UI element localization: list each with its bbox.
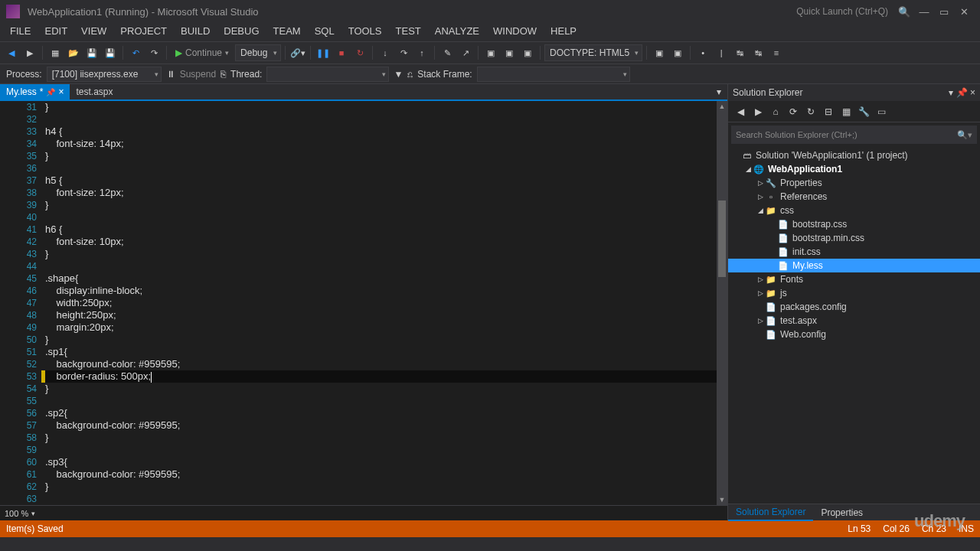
scroll-down-icon[interactable]: ▼ bbox=[717, 494, 727, 505]
tool-icon[interactable]: ↗ bbox=[457, 44, 474, 61]
collapse-icon[interactable]: ⊟ bbox=[821, 104, 836, 119]
search-icon[interactable]: 🔍▾ bbox=[957, 130, 972, 140]
doctype-dropdown[interactable]: DOCTYPE: HTML5 bbox=[544, 44, 642, 61]
zoom-bar: 100 %▾ bbox=[0, 505, 727, 520]
close-icon[interactable]: × bbox=[58, 86, 64, 97]
tree-node[interactable]: ▷📄test.aspx bbox=[728, 314, 980, 328]
tree-node[interactable]: ◢🌐WebApplication1 bbox=[728, 162, 980, 176]
show-all-icon[interactable]: ▦ bbox=[838, 104, 854, 119]
minimize-button[interactable]: — bbox=[914, 2, 934, 21]
menu-edit[interactable]: EDIT bbox=[38, 23, 74, 41]
tool-icon[interactable]: • bbox=[694, 44, 711, 61]
pin-icon[interactable]: 📌 bbox=[956, 87, 968, 98]
menu-file[interactable]: FILE bbox=[3, 23, 38, 41]
dropdown-icon[interactable]: ▾ bbox=[949, 87, 953, 98]
menu-team[interactable]: TEAM bbox=[266, 23, 308, 41]
restart-button[interactable]: ↻ bbox=[351, 44, 368, 61]
search-icon[interactable]: 🔍 bbox=[894, 2, 914, 21]
tree-node[interactable]: 📄My.less bbox=[728, 259, 980, 272]
menu-window[interactable]: WINDOW bbox=[486, 23, 544, 41]
menu-tools[interactable]: TOOLS bbox=[341, 23, 389, 41]
tree-node[interactable]: 📄bootstrap.min.css bbox=[728, 231, 980, 245]
preview-icon[interactable]: ▭ bbox=[874, 104, 889, 119]
tree-node[interactable]: ▷📁Fonts bbox=[728, 272, 980, 286]
vertical-scrollbar[interactable]: ▲ ▼ bbox=[717, 101, 727, 505]
suspend-label[interactable]: Suspend bbox=[180, 69, 216, 80]
refresh-icon[interactable]: ↻ bbox=[803, 104, 818, 119]
browser-link-icon[interactable]: 🔗▾ bbox=[289, 44, 306, 61]
pause-button[interactable]: ❚❚ bbox=[315, 44, 332, 61]
maximize-button[interactable]: ▭ bbox=[934, 2, 954, 21]
thread-dropdown[interactable] bbox=[266, 67, 389, 82]
tab-solution-explorer[interactable]: Solution Explorer bbox=[728, 504, 813, 521]
pin-icon[interactable]: 📌 bbox=[46, 88, 55, 96]
suspend-icon[interactable]: ⏸ bbox=[166, 69, 175, 80]
open-button[interactable]: 📂 bbox=[65, 44, 82, 61]
tab-properties[interactable]: Properties bbox=[813, 505, 871, 520]
tree-node[interactable]: 🗃Solution 'WebApplication1' (1 project) bbox=[728, 148, 980, 162]
save-all-button[interactable]: 💾 bbox=[102, 44, 119, 61]
scroll-up-icon[interactable]: ▲ bbox=[717, 101, 727, 112]
menu-debug[interactable]: DEBUG bbox=[217, 23, 266, 41]
stackframe-dropdown[interactable] bbox=[477, 67, 630, 82]
process-dropdown[interactable]: [7100] iisexpress.exe bbox=[47, 67, 162, 82]
menu-build[interactable]: BUILD bbox=[174, 23, 217, 41]
tree-node[interactable]: 📄bootstrap.css bbox=[728, 217, 980, 231]
tree-node[interactable]: ◢📁css bbox=[728, 204, 980, 217]
tool-icon[interactable]: ▼ bbox=[394, 69, 403, 80]
tab-overflow-icon[interactable]: ▾ bbox=[710, 84, 727, 99]
menu-help[interactable]: HELP bbox=[544, 23, 583, 41]
tree-node[interactable]: ▷▫References bbox=[728, 190, 980, 204]
tree-node[interactable]: 📄init.css bbox=[728, 245, 980, 259]
tool-icon[interactable]: ↹ bbox=[750, 44, 766, 61]
fwd-button[interactable]: ▶ bbox=[21, 44, 38, 61]
tree-node[interactable]: 📄packages.config bbox=[728, 300, 980, 314]
tool-icon[interactable]: ⎌ bbox=[407, 69, 413, 80]
tab-inactive[interactable]: test.aspx bbox=[70, 84, 119, 99]
quick-launch[interactable]: Quick Launch (Ctrl+Q) bbox=[796, 6, 888, 17]
tree-node[interactable]: ▷📁js bbox=[728, 286, 980, 300]
fwd-icon[interactable]: ▶ bbox=[750, 104, 766, 119]
menu-analyze[interactable]: ANALYZE bbox=[428, 23, 486, 41]
tool-icon[interactable]: ≡ bbox=[768, 44, 785, 61]
sync-icon[interactable]: ⟳ bbox=[786, 104, 801, 119]
menu-sql[interactable]: SQL bbox=[308, 23, 341, 41]
step-into-icon[interactable]: ↓ bbox=[377, 44, 394, 61]
se-search[interactable]: Search Solution Explorer (Ctrl+;)🔍▾ bbox=[731, 126, 977, 144]
close-icon[interactable]: × bbox=[970, 87, 975, 98]
tool-icon[interactable]: | bbox=[713, 44, 730, 61]
menu-view[interactable]: VIEW bbox=[74, 23, 113, 41]
close-button[interactable]: ✕ bbox=[954, 2, 974, 21]
tree-node[interactable]: ▷🔧Properties bbox=[728, 176, 980, 190]
stop-button[interactable]: ■ bbox=[333, 44, 350, 61]
menu-test[interactable]: TEST bbox=[389, 23, 428, 41]
config-dropdown[interactable]: Debug bbox=[235, 44, 281, 61]
undo-button[interactable]: ↶ bbox=[127, 44, 144, 61]
back-button[interactable]: ◀ bbox=[3, 44, 20, 61]
tool-icon[interactable]: ↹ bbox=[731, 44, 748, 61]
code-editor[interactable]: 3132333435363738394041424344454647484950… bbox=[0, 101, 727, 505]
step-out-icon[interactable]: ↑ bbox=[413, 44, 430, 61]
zoom-level[interactable]: 100 % bbox=[5, 509, 28, 518]
step-over-icon[interactable]: ↷ bbox=[395, 44, 412, 61]
save-button[interactable]: 💾 bbox=[83, 44, 100, 61]
tool-icon[interactable]: ▣ bbox=[482, 44, 499, 61]
status-message: Item(s) Saved bbox=[6, 523, 64, 534]
tool-icon[interactable]: ▣ bbox=[519, 44, 536, 61]
back-icon[interactable]: ◀ bbox=[733, 104, 748, 119]
home-icon[interactable]: ⌂ bbox=[768, 104, 783, 119]
tab-active[interactable]: My.less* 📌 × bbox=[0, 84, 70, 99]
thread-icon[interactable]: ⎘ bbox=[220, 69, 226, 80]
new-project-button[interactable]: ▦ bbox=[47, 44, 64, 61]
scrollbar-thumb[interactable] bbox=[718, 201, 726, 277]
solution-tree[interactable]: 🗃Solution 'WebApplication1' (1 project)◢… bbox=[728, 147, 980, 504]
tree-node[interactable]: 📄Web.config bbox=[728, 328, 980, 341]
tool-icon[interactable]: ✎ bbox=[439, 44, 456, 61]
properties-icon[interactable]: 🔧 bbox=[856, 104, 871, 119]
redo-button[interactable]: ↷ bbox=[145, 44, 162, 61]
menu-project[interactable]: PROJECT bbox=[113, 23, 174, 41]
tool-icon[interactable]: ▣ bbox=[651, 44, 668, 61]
tool-icon[interactable]: ▣ bbox=[669, 44, 686, 61]
continue-button[interactable]: ▶Continue▾ bbox=[171, 47, 234, 58]
tool-icon[interactable]: ▣ bbox=[501, 44, 518, 61]
